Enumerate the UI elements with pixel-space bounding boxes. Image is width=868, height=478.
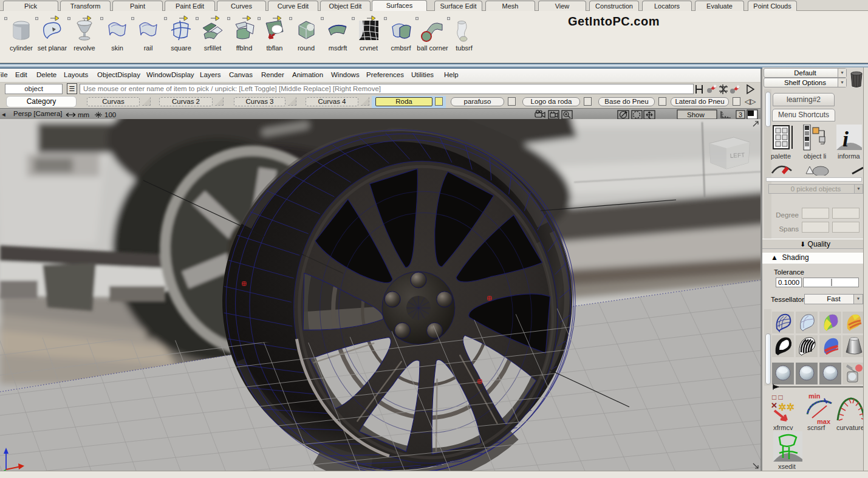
svg-text:xsedit: xsedit <box>778 463 796 470</box>
svg-text:3: 3 <box>739 111 742 118</box>
svg-text:✕: ✕ <box>771 401 777 410</box>
svg-text:✲✲: ✲✲ <box>778 402 795 412</box>
svg-text:□ □: □ □ <box>772 393 783 401</box>
svg-text:Show: Show <box>687 111 705 118</box>
svg-text:min: min <box>808 392 821 400</box>
svg-text:mm: mm <box>78 111 89 118</box>
svg-text:xfrmcv: xfrmcv <box>773 424 793 431</box>
svg-text:scnsrf: scnsrf <box>807 424 825 431</box>
svg-text:100: 100 <box>104 111 116 118</box>
svg-text:LEFT: LEFT <box>730 151 745 159</box>
svg-text:curvature: curvature <box>836 424 864 431</box>
